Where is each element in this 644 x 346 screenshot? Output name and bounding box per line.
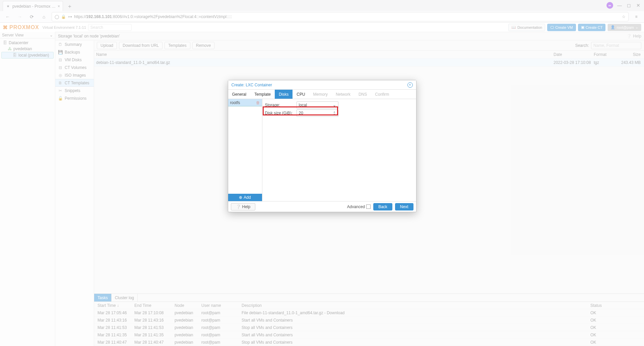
modal-title: Create: LXC Container <box>232 83 272 87</box>
tab-template[interactable]: Template <box>250 90 275 99</box>
tab-network[interactable]: Network <box>332 90 355 99</box>
tab-general[interactable]: General <box>228 90 251 99</box>
disk-size-input[interactable]: 20▲▼ <box>297 109 338 117</box>
disk-list: rootfs 🗑 ⊕Add <box>228 99 262 201</box>
tab-confirm[interactable]: Confirm <box>371 90 393 99</box>
checkbox-icon[interactable] <box>366 204 371 209</box>
add-disk-button[interactable]: ⊕Add <box>228 194 262 201</box>
back-button[interactable]: Back <box>373 203 392 210</box>
modal-close-button[interactable]: × <box>407 82 413 88</box>
create-lxc-modal: Create: LXC Container × General Template… <box>228 80 416 212</box>
chevron-down-icon: ⌄ <box>333 103 336 107</box>
disk-size-label: Disk size (GiB): <box>264 111 295 115</box>
spinner-icon[interactable]: ▲▼ <box>333 110 336 116</box>
tab-dns[interactable]: DNS <box>355 90 371 99</box>
disk-rootfs-row[interactable]: rootfs 🗑 <box>228 99 262 106</box>
help-icon: ❔ <box>236 204 241 209</box>
tab-cpu[interactable]: CPU <box>293 90 309 99</box>
trash-icon[interactable]: 🗑 <box>256 100 260 105</box>
tab-memory[interactable]: Memory <box>309 90 332 99</box>
storage-select[interactable]: local⌄ <box>297 101 338 109</box>
tab-disks[interactable]: Disks <box>275 90 293 99</box>
storage-label: Storage: <box>264 103 295 107</box>
advanced-toggle[interactable]: Advanced <box>347 204 371 209</box>
modal-help-button[interactable]: ❔Help <box>231 203 256 210</box>
modal-tabs: General Template Disks CPU Memory Networ… <box>228 90 416 99</box>
plus-icon: ⊕ <box>239 195 242 200</box>
next-button[interactable]: Next <box>395 203 413 210</box>
